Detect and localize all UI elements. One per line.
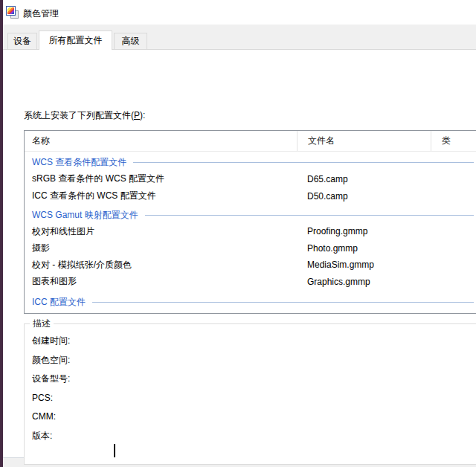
description-group-title: 描述	[30, 318, 54, 330]
profile-row[interactable]: 图表和图形 Graphics.gmmp	[25, 274, 476, 291]
tab-all-profiles[interactable]: 所有配置文件	[39, 30, 112, 50]
profile-row[interactable]: sRGB 查看条件的 WCS 配置文件 D65.camp	[25, 170, 476, 187]
tab-devices[interactable]: 设备	[7, 33, 37, 49]
description-field-created: 创建时间:	[32, 332, 476, 351]
column-header-name[interactable]: 名称	[25, 131, 297, 151]
column-header-class[interactable]: 类	[431, 131, 476, 151]
profile-group-icc: ICC 配置文件	[25, 294, 476, 310]
description-group-box: 描述 创建时间: 颜色空间: 设备型号: PCS: CMM: 版本:	[24, 323, 476, 465]
list-header: 名称 文件名 类	[25, 131, 476, 152]
window-title: 颜色管理	[23, 7, 59, 20]
screenshot-root: 颜色管理 设备 所有配置文件 高级 系统上安装了下列配置文件(P): 名称 文件…	[0, 0, 476, 467]
profiles-list[interactable]: 名称 文件名 类 WCS 查看条件配置文件 sRGB 查看条件的 WCS 配置文…	[24, 130, 476, 314]
text-caret	[114, 444, 115, 457]
column-header-filename[interactable]: 文件名	[297, 131, 431, 151]
color-management-window: 颜色管理 设备 所有配置文件 高级 系统上安装了下列配置文件(P): 名称 文件…	[3, 0, 476, 467]
description-field-pcs: PCS:	[32, 389, 476, 408]
profile-row[interactable]: ICC 查看条件的 WCS 配置文件 D50.camp	[25, 187, 476, 204]
color-management-icon	[6, 6, 19, 19]
description-field-cmm: CMM:	[32, 408, 476, 427]
tab-advanced[interactable]: 高级	[114, 33, 147, 49]
description-field-colorspace: 颜色空间:	[32, 351, 476, 370]
description-field-device-model: 设备型号:	[32, 370, 476, 389]
title-bar[interactable]: 颜色管理	[3, 0, 476, 25]
profile-row[interactable]: 校对 - 模拟纸张/介质颜色 MediaSim.gmmp	[25, 257, 476, 274]
description-field-version: 版本:	[32, 427, 476, 446]
profile-row[interactable]: 摄影 Photo.gmmp	[25, 240, 476, 257]
profile-row[interactable]: 校对和线性图片 Proofing.gmmp	[25, 223, 476, 240]
profile-group-wcs-viewing: WCS 查看条件配置文件	[25, 154, 476, 170]
installed-profiles-label: 系统上安装了下列配置文件(P):	[24, 109, 145, 122]
all-profiles-tab-page: 系统上安装了下列配置文件(P): 名称 文件名 类 WCS 查看条件配置文件 s…	[3, 49, 476, 458]
profile-group-wcs-gamut: WCS Gamut 映射配置文件	[25, 207, 476, 223]
